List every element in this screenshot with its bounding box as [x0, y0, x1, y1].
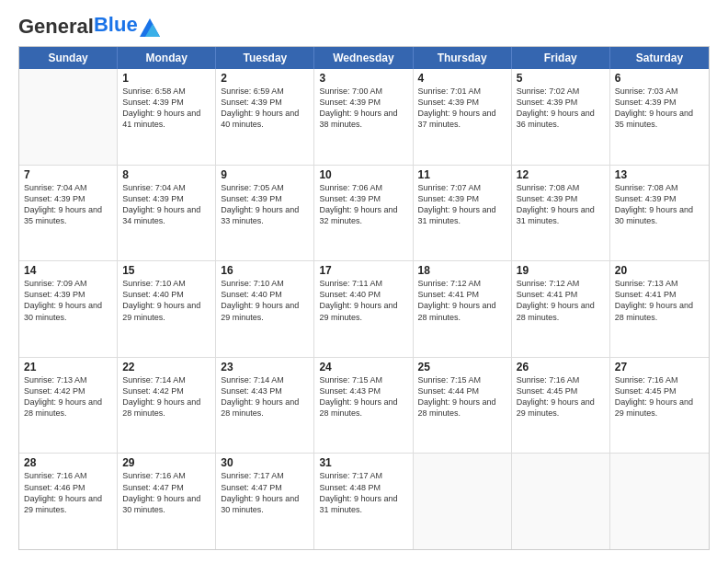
day-number: 12	[517, 168, 605, 181]
day-number: 27	[615, 361, 704, 373]
day-number: 23	[221, 361, 309, 373]
day-number: 17	[319, 264, 407, 277]
cell-info: Sunrise: 7:13 AMSunset: 4:42 PMDaylight:…	[24, 374, 112, 419]
cell-info: Sunrise: 7:00 AMSunset: 4:39 PMDaylight:…	[319, 86, 407, 131]
cell-info: Sunrise: 7:06 AMSunset: 4:39 PMDaylight:…	[319, 182, 407, 227]
cell-info: Sunrise: 7:14 AMSunset: 4:43 PMDaylight:…	[221, 374, 309, 419]
calendar-cell: 12Sunrise: 7:08 AMSunset: 4:39 PMDayligh…	[512, 166, 610, 261]
day-number: 16	[221, 264, 309, 277]
calendar-cell: 3Sunrise: 7:00 AMSunset: 4:39 PMDaylight…	[314, 69, 413, 165]
cell-info: Sunrise: 7:17 AMSunset: 4:48 PMDaylight:…	[319, 470, 407, 515]
cell-info: Sunrise: 7:12 AMSunset: 4:41 PMDaylight:…	[517, 278, 605, 323]
calendar-cell: 11Sunrise: 7:07 AMSunset: 4:39 PMDayligh…	[414, 166, 512, 261]
cell-info: Sunrise: 7:16 AMSunset: 4:46 PMDaylight:…	[24, 470, 112, 515]
cell-info: Sunrise: 7:15 AMSunset: 4:43 PMDaylight:…	[319, 374, 407, 419]
cell-info: Sunrise: 7:12 AMSunset: 4:41 PMDaylight:…	[418, 278, 506, 323]
cell-info: Sunrise: 7:03 AMSunset: 4:39 PMDaylight:…	[615, 86, 704, 131]
day-header-sunday: Sunday	[19, 47, 118, 69]
calendar-cell: 7Sunrise: 7:04 AMSunset: 4:39 PMDaylight…	[19, 166, 118, 261]
day-header-saturday: Saturday	[610, 47, 709, 69]
calendar-cell: 4Sunrise: 7:01 AMSunset: 4:39 PMDaylight…	[414, 69, 512, 165]
cell-info: Sunrise: 7:17 AMSunset: 4:47 PMDaylight:…	[221, 470, 309, 515]
day-number: 25	[418, 361, 506, 373]
cell-info: Sunrise: 7:16 AMSunset: 4:45 PMDaylight:…	[517, 374, 605, 419]
day-number: 20	[615, 264, 704, 277]
calendar-cell: 1Sunrise: 6:58 AMSunset: 4:39 PMDaylight…	[118, 69, 216, 165]
day-header-friday: Friday	[512, 47, 610, 69]
header: General Blue	[18, 17, 710, 37]
calendar-cell: 31Sunrise: 7:17 AMSunset: 4:48 PMDayligh…	[314, 454, 413, 549]
calendar-cell: 28Sunrise: 7:16 AMSunset: 4:46 PMDayligh…	[19, 454, 118, 549]
calendar-cell	[19, 69, 118, 165]
cell-info: Sunrise: 7:05 AMSunset: 4:39 PMDaylight:…	[221, 182, 309, 227]
cell-info: Sunrise: 7:01 AMSunset: 4:39 PMDaylight:…	[418, 86, 506, 131]
logo-general: General	[18, 17, 94, 37]
day-number: 9	[221, 168, 309, 181]
cell-info: Sunrise: 7:16 AMSunset: 4:47 PMDaylight:…	[122, 470, 210, 515]
day-number: 14	[24, 264, 112, 277]
day-number: 31	[319, 456, 407, 469]
calendar-cell	[610, 454, 709, 549]
calendar-header: SundayMondayTuesdayWednesdayThursdayFrid…	[19, 47, 709, 69]
day-number: 24	[319, 361, 407, 373]
page: General Blue SundayMondayTuesdayWednesda…	[0, 0, 728, 563]
day-number: 4	[418, 72, 506, 85]
day-number: 22	[122, 361, 210, 373]
day-number: 13	[615, 168, 704, 181]
calendar-cell: 26Sunrise: 7:16 AMSunset: 4:45 PMDayligh…	[512, 358, 610, 454]
calendar-cell: 27Sunrise: 7:16 AMSunset: 4:45 PMDayligh…	[610, 358, 709, 454]
calendar-cell: 10Sunrise: 7:06 AMSunset: 4:39 PMDayligh…	[314, 166, 413, 261]
day-number: 6	[615, 72, 704, 85]
day-number: 3	[319, 72, 407, 85]
cell-info: Sunrise: 6:59 AMSunset: 4:39 PMDaylight:…	[221, 86, 309, 131]
day-number: 18	[418, 264, 506, 277]
day-number: 7	[24, 168, 112, 181]
day-number: 19	[517, 264, 605, 277]
day-number: 21	[24, 361, 112, 373]
calendar-cell: 24Sunrise: 7:15 AMSunset: 4:43 PMDayligh…	[314, 358, 413, 454]
cell-info: Sunrise: 7:16 AMSunset: 4:45 PMDaylight:…	[615, 374, 704, 419]
cell-info: Sunrise: 7:10 AMSunset: 4:40 PMDaylight:…	[122, 278, 210, 323]
cell-info: Sunrise: 7:08 AMSunset: 4:39 PMDaylight:…	[615, 182, 704, 227]
logo: General Blue	[18, 17, 160, 37]
day-number: 8	[122, 168, 210, 181]
day-number: 2	[221, 72, 309, 85]
calendar-cell: 5Sunrise: 7:02 AMSunset: 4:39 PMDaylight…	[512, 69, 610, 165]
logo-blue: Blue	[94, 13, 138, 37]
cell-info: Sunrise: 7:15 AMSunset: 4:44 PMDaylight:…	[418, 374, 506, 419]
day-number: 15	[122, 264, 210, 277]
calendar-cell: 21Sunrise: 7:13 AMSunset: 4:42 PMDayligh…	[19, 358, 118, 454]
cell-info: Sunrise: 6:58 AMSunset: 4:39 PMDaylight:…	[122, 86, 210, 131]
cell-info: Sunrise: 7:04 AMSunset: 4:39 PMDaylight:…	[122, 182, 210, 227]
day-number: 30	[221, 456, 309, 469]
day-number: 26	[517, 361, 605, 373]
calendar-week-1: 1Sunrise: 6:58 AMSunset: 4:39 PMDaylight…	[19, 69, 709, 165]
calendar-cell: 22Sunrise: 7:14 AMSunset: 4:42 PMDayligh…	[118, 358, 216, 454]
cell-info: Sunrise: 7:11 AMSunset: 4:40 PMDaylight:…	[319, 278, 407, 323]
calendar-week-2: 7Sunrise: 7:04 AMSunset: 4:39 PMDaylight…	[19, 165, 709, 261]
calendar-cell: 30Sunrise: 7:17 AMSunset: 4:47 PMDayligh…	[216, 454, 314, 549]
cell-info: Sunrise: 7:10 AMSunset: 4:40 PMDaylight:…	[221, 278, 309, 323]
calendar-cell	[512, 454, 610, 549]
day-header-thursday: Thursday	[414, 47, 512, 69]
calendar-week-3: 14Sunrise: 7:09 AMSunset: 4:39 PMDayligh…	[19, 260, 709, 357]
logo-icon	[140, 18, 160, 37]
cell-info: Sunrise: 7:09 AMSunset: 4:39 PMDaylight:…	[24, 278, 112, 323]
cell-info: Sunrise: 7:04 AMSunset: 4:39 PMDaylight:…	[24, 182, 112, 227]
day-number: 5	[517, 72, 605, 85]
day-number: 10	[319, 168, 407, 181]
calendar-week-5: 28Sunrise: 7:16 AMSunset: 4:46 PMDayligh…	[19, 453, 709, 549]
calendar-cell: 16Sunrise: 7:10 AMSunset: 4:40 PMDayligh…	[216, 261, 314, 357]
calendar-week-4: 21Sunrise: 7:13 AMSunset: 4:42 PMDayligh…	[19, 357, 709, 454]
calendar-cell: 19Sunrise: 7:12 AMSunset: 4:41 PMDayligh…	[512, 261, 610, 357]
calendar-cell: 23Sunrise: 7:14 AMSunset: 4:43 PMDayligh…	[216, 358, 314, 454]
cell-info: Sunrise: 7:07 AMSunset: 4:39 PMDaylight:…	[418, 182, 506, 227]
day-number: 29	[122, 456, 210, 469]
calendar-cell: 6Sunrise: 7:03 AMSunset: 4:39 PMDaylight…	[610, 69, 709, 165]
day-number: 1	[122, 72, 210, 85]
day-header-wednesday: Wednesday	[314, 47, 413, 69]
day-header-monday: Monday	[118, 47, 216, 69]
day-number: 28	[24, 456, 112, 469]
calendar-cell: 17Sunrise: 7:11 AMSunset: 4:40 PMDayligh…	[314, 261, 413, 357]
calendar-cell: 13Sunrise: 7:08 AMSunset: 4:39 PMDayligh…	[610, 166, 709, 261]
